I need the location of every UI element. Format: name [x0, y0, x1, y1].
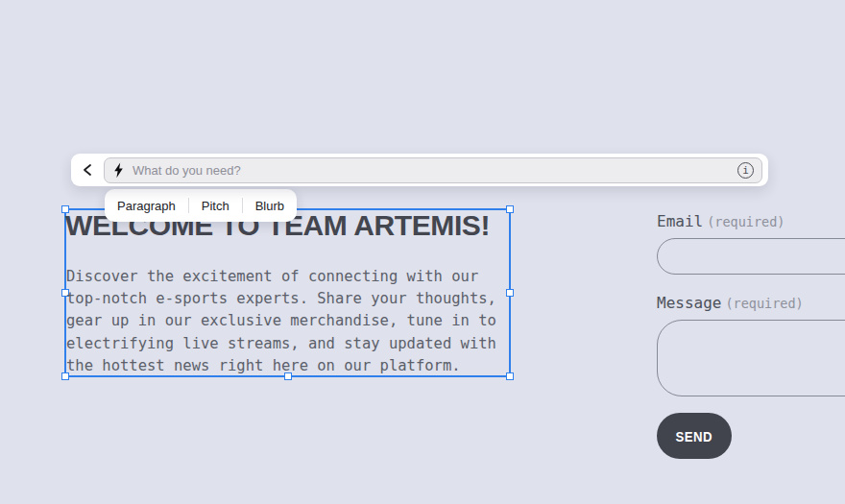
- email-label: Email: [657, 212, 703, 230]
- tab-divider: [188, 198, 189, 213]
- contact-form: Email(required) Message(required) SEND: [657, 212, 845, 459]
- send-button-label: SEND: [676, 428, 712, 444]
- tab-pitch[interactable]: Pitch: [202, 199, 229, 213]
- lightning-bolt-icon: [113, 162, 124, 179]
- suggestion-tabs: Paragraph Pitch Blurb: [105, 189, 297, 222]
- ai-toolbar: i: [71, 154, 768, 186]
- send-button[interactable]: SEND: [657, 413, 732, 459]
- email-field[interactable]: [657, 238, 845, 275]
- back-button[interactable]: [71, 154, 104, 186]
- chevron-left-icon: [82, 163, 93, 177]
- message-required-note: (required): [725, 296, 803, 311]
- ai-prompt-input[interactable]: [133, 163, 737, 178]
- tab-blurb[interactable]: Blurb: [255, 199, 284, 213]
- tab-paragraph[interactable]: Paragraph: [117, 199, 176, 213]
- info-icon[interactable]: i: [737, 162, 754, 179]
- tab-divider: [242, 198, 243, 213]
- message-field[interactable]: [657, 320, 845, 396]
- message-label-row: Message(required): [657, 294, 845, 312]
- ai-prompt-field[interactable]: i: [104, 157, 762, 183]
- editor-canvas: { "colors": { "background": "#dfe1ec", "…: [0, 0, 845, 504]
- email-label-row: Email(required): [657, 212, 845, 230]
- welcome-paragraph[interactable]: Discover the excitement of connecting wi…: [66, 266, 518, 377]
- email-required-note: (required): [707, 214, 785, 229]
- message-label: Message: [657, 294, 721, 312]
